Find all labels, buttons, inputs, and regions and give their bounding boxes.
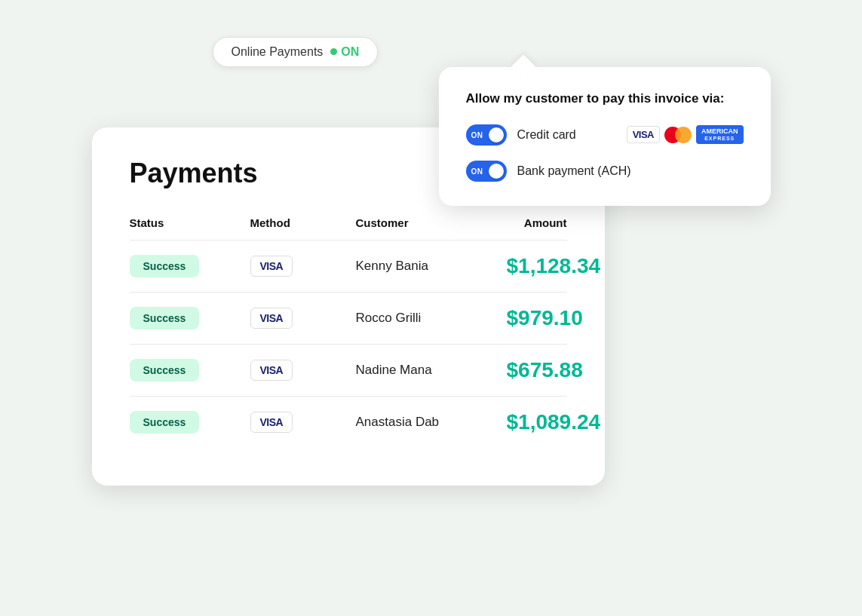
cell-amount: $1,128.34	[507, 254, 601, 278]
cell-method: VISA	[250, 256, 356, 277]
table-rows: Success VISA Kenny Bania $1,128.34 Succe…	[130, 240, 567, 448]
cell-customer: Rocco Grilli	[356, 311, 507, 326]
visa-method-icon: VISA	[250, 360, 293, 381]
toggle-track-bank: ON	[466, 161, 507, 182]
cell-status: Success	[130, 411, 250, 434]
visa-method-icon: VISA	[250, 412, 293, 433]
header-status: Status	[130, 216, 250, 229]
cell-status: Success	[130, 307, 250, 329]
table-row[interactable]: Success VISA Kenny Bania $1,128.34	[130, 240, 567, 292]
online-payments-label: Online Payments	[232, 45, 324, 59]
table-row[interactable]: Success VISA Rocco Grilli $979.10	[130, 292, 567, 344]
credit-card-option: ON Credit card VISA AMERICANEXPRESS	[466, 124, 744, 146]
cell-customer: Nadine Mana	[356, 363, 507, 378]
status-badge: Success	[130, 255, 200, 277]
cell-method: VISA	[250, 360, 356, 381]
toggle-on-label: ON	[471, 130, 483, 139]
header-customer: Customer	[356, 216, 507, 229]
bank-payment-label: Bank payment (ACH)	[517, 164, 744, 178]
table-header: Status Method Customer Amount	[130, 216, 567, 229]
cell-method: VISA	[250, 308, 356, 329]
credit-card-label: Credit card	[517, 128, 616, 142]
cell-amount: $979.10	[507, 306, 583, 330]
toggle-track: ON	[466, 124, 507, 146]
status-badge: Success	[130, 359, 200, 382]
status-badge: Success	[130, 307, 200, 329]
on-status-label: ON	[341, 45, 359, 59]
cell-status: Success	[130, 359, 250, 382]
table-row[interactable]: Success VISA Anastasia Dab $1,089.24	[130, 396, 567, 448]
table-row[interactable]: Success VISA Nadine Mana $675.88	[130, 344, 567, 396]
cell-amount: $1,089.24	[507, 410, 601, 434]
card-logos: VISA AMERICANEXPRESS	[627, 125, 744, 144]
header-amount: Amount	[507, 216, 567, 229]
status-badge: Success	[130, 411, 200, 434]
visa-method-icon: VISA	[250, 308, 293, 329]
cell-amount: $675.88	[507, 358, 583, 382]
credit-card-toggle[interactable]: ON	[466, 124, 507, 146]
cell-method: VISA	[250, 412, 356, 433]
payment-options-popup: Allow my customer to pay this invoice vi…	[439, 67, 771, 206]
amex-logo-icon: AMERICANEXPRESS	[696, 125, 744, 144]
toggle-on-label-bank: ON	[471, 167, 483, 175]
mastercard-logo-icon	[664, 126, 692, 144]
cell-customer: Anastasia Dab	[356, 415, 507, 430]
on-dot-icon	[330, 48, 337, 55]
header-method: Method	[250, 216, 356, 229]
cell-status: Success	[130, 255, 250, 277]
visa-method-icon: VISA	[250, 256, 293, 277]
bank-payment-option: ON Bank payment (ACH)	[466, 161, 744, 182]
on-indicator: ON	[330, 45, 359, 59]
cell-customer: Kenny Bania	[356, 259, 507, 274]
scene: Online Payments ON Allow my customer to …	[92, 37, 771, 580]
visa-logo-icon: VISA	[627, 126, 660, 143]
mc-right	[675, 127, 692, 143]
toggle-thumb-bank	[489, 164, 504, 179]
bank-payment-toggle[interactable]: ON	[466, 161, 507, 182]
toggle-thumb	[489, 127, 504, 143]
online-payments-pill[interactable]: Online Payments ON	[213, 37, 379, 67]
popup-title: Allow my customer to pay this invoice vi…	[466, 91, 744, 106]
